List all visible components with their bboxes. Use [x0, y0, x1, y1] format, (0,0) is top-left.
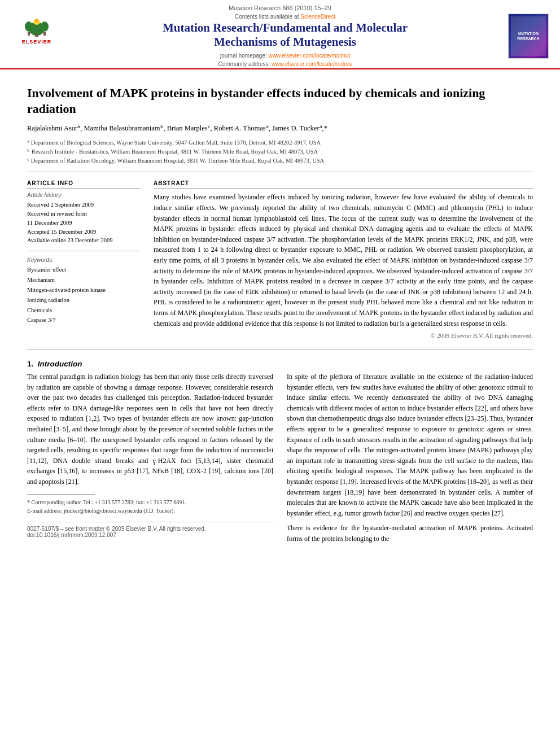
kw-5: Chemicals — [27, 305, 140, 316]
intro-right-col: In spite of the plethora of literature a… — [287, 372, 533, 549]
abstract-text: Many studies have examined bystander eff… — [154, 192, 533, 329]
kw-1: Bystander effect — [27, 265, 140, 275]
article-info-heading: ARTICLE INFO — [27, 180, 140, 189]
bottom-bar: 0027-5107/$ – see front matter © 2009 El… — [27, 522, 273, 538]
body-content: 1. Introduction The central paradigm in … — [27, 360, 533, 549]
svg-point-3 — [41, 21, 49, 32]
contents-label: Contents lists available at — [235, 14, 299, 20]
svg-rect-6 — [36, 33, 38, 37]
journal-ref: Mutation Research 686 (2010) 15–29 — [11, 5, 549, 11]
keywords-label: Keywords: — [27, 257, 140, 263]
svg-rect-4 — [28, 32, 30, 36]
intro-para-right: In spite of the plethora of literature a… — [287, 372, 533, 518]
elsevier-wordmark: ELSEVIER — [22, 39, 52, 45]
history-label: Article history: — [27, 192, 140, 198]
sciencedirect-link[interactable]: ScienceDirect — [300, 14, 335, 20]
page: Mutation Research 686 (2010) 15–29 — [0, 0, 560, 747]
elsevier-tree-icon — [20, 16, 54, 38]
svg-point-2 — [25, 21, 33, 32]
article-content: Involvement of MAPK proteins in bystande… — [0, 69, 560, 560]
article-info-col: ARTICLE INFO Article history: Received 2… — [27, 180, 140, 339]
journal-title: Mutation Research/Fundamental and Molecu… — [68, 21, 502, 49]
keywords-list: Bystander effect Mechanism Mitogen-activ… — [27, 265, 140, 325]
journal-top-bar: ELSEVIER Contents lists available at Sci… — [11, 14, 549, 68]
intro-left-col: The central paradigm in radiation biolog… — [27, 372, 273, 549]
kw-2: Mechanism — [27, 275, 140, 285]
journal-center: Contents lists available at ScienceDirec… — [62, 14, 508, 68]
kw-6: Caspase 3/7 — [27, 315, 140, 325]
affiliations: ᵃ Department of Biological Sciences, Way… — [27, 138, 533, 165]
journal-header: Mutation Research 686 (2010) 15–29 — [0, 0, 560, 69]
received-2: Received in revised form — [27, 209, 140, 219]
divider-keywords — [27, 251, 140, 251]
thumb-text: MUTATION RESEARCH — [511, 31, 546, 41]
article-title: Involvement of MAPK proteins in bystande… — [27, 85, 533, 116]
svg-rect-5 — [43, 32, 46, 36]
community-url[interactable]: www.elsevier.com/locate/mutres — [272, 61, 352, 67]
bottom-notice: 0027-5107/$ – see front matter © 2009 El… — [27, 522, 273, 532]
copyright-line: © 2009 Elsevier B.V. All rights reserved… — [154, 332, 533, 339]
homepage-url[interactable]: www.elsevier.com/locate/molmut — [269, 53, 351, 59]
journal-links: journal homepage: www.elsevier.com/locat… — [68, 51, 502, 68]
received-1: Received 2 September 2009 — [27, 200, 140, 209]
article-info-abstract: ARTICLE INFO Article history: Received 2… — [27, 180, 533, 339]
kw-3: Mitogen-activated protein kinase — [27, 285, 140, 295]
thumb-inner: MUTATION RESEARCH — [511, 16, 546, 56]
footnote-divider — [27, 494, 95, 495]
footnote-email: E-mail address: jtucker@biology.biosci.w… — [27, 506, 273, 515]
abstract-col: ABSTRACT Many studies have examined byst… — [154, 180, 533, 339]
intro-heading: 1. Introduction — [27, 360, 533, 368]
divider-2 — [27, 349, 533, 350]
doi-line: doi:10.1016/j.mrfmmm.2009.12.007 — [27, 532, 273, 538]
footnote-star: * Corresponding author. Tel.: +1 313 577… — [27, 498, 273, 506]
journal-thumbnail: MUTATION RESEARCH — [508, 14, 549, 59]
received-2b: 11 December 2009 — [27, 219, 140, 228]
affil-c: ᶜ Department of Radiation Oncology, Will… — [27, 156, 533, 165]
elsevier-logo: ELSEVIER — [11, 14, 62, 47]
divider-1 — [27, 172, 533, 172]
intro-two-col: The central paradigm in radiation biolog… — [27, 372, 533, 549]
accepted-date: Accepted 15 December 2009 — [27, 228, 140, 237]
authors-line: Rajalakshmi Asurᵃ, Mamtha Balasubramania… — [27, 123, 533, 134]
affil-b: ᵇ Research Institute - Biostatistics, Wi… — [27, 147, 533, 156]
available-date: Available online 23 December 2009 — [27, 236, 140, 245]
contents-available-line: Contents lists available at ScienceDirec… — [68, 14, 502, 20]
affil-a: ᵃ Department of Biological Sciences, Way… — [27, 138, 533, 147]
abstract-heading: ABSTRACT — [154, 180, 533, 189]
intro-para-left: The central paradigm in radiation biolog… — [27, 372, 273, 487]
intro-para-right2: There is evidence for the bystander-medi… — [287, 523, 533, 544]
kw-4: Ionizing radiation — [27, 295, 140, 305]
svg-point-8 — [35, 19, 38, 22]
